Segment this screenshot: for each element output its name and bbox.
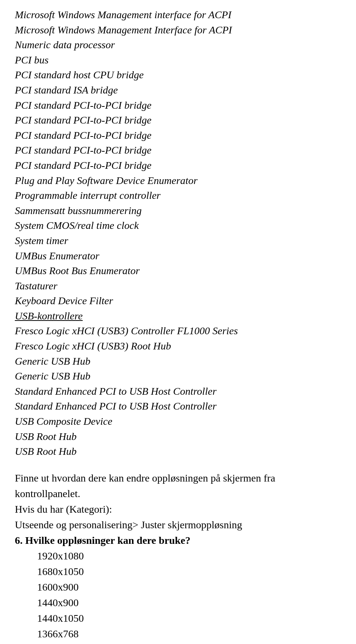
list-item: Programmable interrupt controller (15, 188, 341, 203)
section2-line1: Finne ut hvordan dere kan endre oppløsni… (15, 470, 341, 486)
keyboard-device-filter: Keyboard Device Filter (15, 293, 341, 309)
list-item: PCI standard PCI-to-PCI bridge (15, 143, 341, 158)
list-item: System CMOS/real time clock (15, 218, 341, 233)
list-item: Sammensatt bussnummerering (15, 203, 341, 218)
list-item: Generic USB Hub (15, 354, 341, 369)
section2-line3: Hvis du har (Kategori): (15, 502, 341, 517)
device-list: Microsoft Windows Management interface f… (15, 7, 341, 459)
main-content: Microsoft Windows Management interface f… (15, 7, 341, 644)
section2-line4: Utseende og personalisering> Juster skje… (15, 517, 341, 533)
resolution-item: 1360x768 (37, 642, 341, 644)
question: 6. Hvilke oppløsninger kan dere bruke? (15, 533, 341, 548)
list-item: PCI standard PCI-to-PCI bridge (15, 128, 341, 143)
list-item: Microsoft Windows Management Interface f… (15, 23, 341, 38)
list-item: PCI bus (15, 53, 341, 68)
usb-kontrollere: USB-kontrollere (15, 309, 341, 324)
usb-composite-device: USB Composite Device (15, 414, 341, 429)
list-item: Generic USB Hub (15, 369, 341, 384)
list-item: Standard Enhanced PCI to USB Host Contro… (15, 384, 341, 399)
list-item: PCI standard host CPU bridge (15, 68, 341, 83)
list-item: PCI standard ISA bridge (15, 83, 341, 98)
list-item: Plug and Play Software Device Enumerator (15, 173, 341, 188)
resolutions-list: 1920x1080 1680x1050 1600x900 1440x900 14… (15, 548, 341, 644)
resolution-item: 1600x900 (37, 579, 341, 595)
usb-root-hub-1: USB Root Hub (15, 429, 341, 444)
list-item: Numeric data processor (15, 37, 341, 53)
resolution-item: 1366x768 (37, 626, 341, 642)
section2: Finne ut hvordan dere kan endre oppløsni… (15, 470, 341, 644)
list-item: PCI standard PCI-to-PCI bridge (15, 158, 341, 173)
list-item: Standard Enhanced PCI to USB Host Contro… (15, 399, 341, 414)
list-item: Tastaturer (15, 279, 341, 294)
list-item: Microsoft Windows Management interface f… (15, 7, 341, 23)
resolution-item: 1440x1050 (37, 611, 341, 626)
list-item: PCI standard PCI-to-PCI bridge (15, 113, 341, 128)
resolution-item: 1440x900 (37, 595, 341, 611)
list-item: Fresco Logic xHCI (USB3) Root Hub (15, 339, 341, 354)
list-item: UMBus Enumerator (15, 249, 341, 264)
list-item: PCI standard PCI-to-PCI bridge (15, 98, 341, 113)
resolution-item: 1680x1050 (37, 564, 341, 579)
list-item: Fresco Logic xHCI (USB3) Controller FL10… (15, 323, 341, 339)
usb-root-hub-2: USB Root Hub (15, 444, 341, 459)
section2-line2: kontrollpanelet. (15, 486, 341, 502)
list-item: UMBus Root Bus Enumerator (15, 263, 341, 279)
list-item: System timer (15, 233, 341, 249)
resolution-item: 1920x1080 (37, 548, 341, 564)
